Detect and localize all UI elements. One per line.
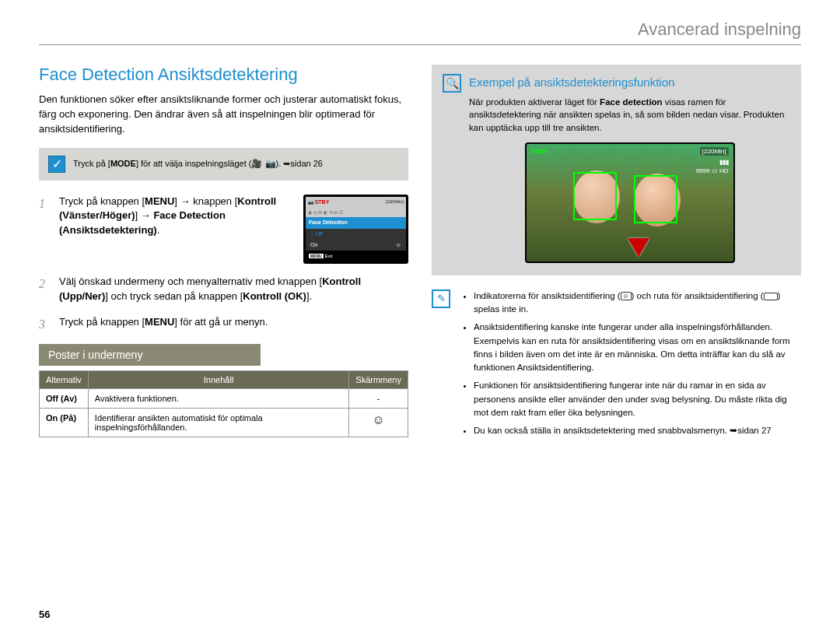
note-item: Ansiktsidentifiering kanske inte fungera… [474, 321, 801, 374]
td-content-on: Identifierar ansikten automatiskt för op… [88, 409, 348, 437]
td-screen-off: - [349, 389, 408, 409]
battery-icon: ▮▮▮ [719, 159, 729, 166]
intro-paragraph: Den funktionen söker efter ansiktsliknan… [39, 93, 408, 137]
face-indicator-icon: ☺ [621, 292, 632, 300]
note-list: Indikatorerna för ansiktsidentifiering (… [460, 289, 801, 443]
note-icon: ✎ [432, 289, 450, 308]
preview-min: [220Min] [700, 147, 729, 156]
th-screen: Skärmmeny [349, 371, 408, 389]
ms-top-bar: 📷 STBY [220Min] [306, 197, 406, 208]
check-icon: ✓ [48, 156, 65, 173]
note-item: Indikatorerna för ansiktsidentifiering (… [474, 289, 801, 317]
red-cursor-arrow-icon [628, 238, 649, 257]
td-alt-on: On (På) [40, 409, 89, 437]
step-2: 2 Välj önskad undermeny och menyalternat… [39, 275, 408, 304]
step-list: 1 📷 STBY [220Min] ◉ ◎ ⊚ ◐ ☀ ⊞ ☰ Face Det… [39, 195, 408, 334]
step-body: 📷 STBY [220Min] ◉ ◎ ⊚ ◐ ☀ ⊞ ☰ Face Detec… [59, 195, 408, 265]
ms-item-off: Off [306, 229, 406, 240]
step-body: Tryck på knappen [MENU] för att gå ur me… [59, 315, 408, 333]
ms-footer: MENU Exit [306, 251, 406, 262]
page-number: 56 [39, 609, 50, 620]
section-title: Face Detection Ansiktsdetektering [39, 65, 408, 85]
right-column: 🔍 Exempel på ansiktsdetekteringsfunktion… [432, 65, 801, 442]
ms-menu-body: Off On ☺ [306, 229, 406, 251]
photo-icon: ▭ [712, 167, 718, 174]
two-column-layout: Face Detection Ansiktsdetektering Den fu… [39, 65, 801, 442]
chapter-title: Avancerad inspelning [638, 19, 801, 39]
ms-icon-row: ◉ ◎ ⊚ ◐ ☀ ⊞ ☰ [306, 208, 406, 218]
ms-menu-title: Face Detection [306, 217, 406, 228]
example-box: 🔍 Exempel på ansiktsdetekteringsfunktion… [432, 65, 801, 275]
td-alt-off: Off (Av) [40, 389, 89, 409]
th-content: Innehåll [88, 371, 348, 389]
magnifier-icon: 🔍 [443, 74, 461, 93]
mode-hint-box: ✓ Tryck på [MODE] för att välja inspelni… [39, 148, 408, 181]
example-title: Exempel på ansiktsdetekteringsfunktion [469, 74, 790, 91]
example-paragraph: När produkten aktiverar läget för Face d… [469, 96, 790, 135]
video-icon: 🎥 [251, 159, 262, 168]
face-detection-icon: ☺ [396, 241, 401, 249]
preview-top-bar: STBY [220Min] [531, 147, 729, 156]
step-1: 1 📷 STBY [220Min] ◉ ◎ ⊚ ◐ ☀ ⊞ ☰ Face Det… [39, 195, 408, 265]
camera-icon: 📷 [265, 159, 276, 168]
ms-item-on: On ☺ [306, 240, 406, 251]
left-column: Face Detection Ansiktsdetektering Den fu… [39, 65, 408, 442]
step-number: 3 [39, 315, 50, 333]
table-row: Off (Av) Avaktivera funktionen. - [40, 389, 408, 409]
step-number: 2 [39, 275, 50, 304]
step-3: 3 Tryck på knappen [MENU] för att gå ur … [39, 315, 408, 333]
submenu-heading: Poster i undermeny [39, 344, 261, 366]
preview-stby: STBY [531, 147, 548, 156]
example-content: Exempel på ansiktsdetekteringsfunktion N… [469, 74, 790, 265]
table-header-row: Alternativ Innehåll Skärmmeny [40, 371, 408, 389]
mode-chip-icon: 📷 [308, 200, 313, 205]
step-body: Välj önskad undermeny och menyalternativ… [59, 275, 408, 304]
face-box-icon [764, 293, 778, 300]
chapter-header: Avancerad inspelning [39, 0, 801, 45]
preview-top-right: ▮▮▮ 9999 ▭ HD [696, 158, 729, 176]
note-box: ✎ Indikatorerna för ansiktsidentifiering… [432, 289, 801, 443]
menu-badge: MENU [309, 254, 324, 258]
menu-screenshot: 📷 STBY [220Min] ◉ ◎ ⊚ ◐ ☀ ⊞ ☰ Face Detec… [303, 195, 408, 265]
face-detection-box [573, 172, 617, 220]
note-item: Du kan också ställa in ansiktsdetekterin… [474, 424, 801, 437]
hint-text: Tryck på [MODE] för att välja inspelning… [73, 159, 323, 169]
face-detection-icon: ☺ [372, 413, 384, 426]
step-number: 1 [39, 195, 50, 265]
th-alternative: Alternativ [40, 371, 89, 389]
options-table: Alternativ Innehåll Skärmmeny Off (Av) A… [39, 370, 408, 437]
note-item: Funktionen för ansiktsidentifiering fung… [474, 379, 801, 419]
td-screen-on: ☺ [349, 409, 408, 437]
ms-minutes: [220Min] [386, 198, 404, 205]
td-content-off: Avaktivera funktionen. [88, 389, 348, 409]
table-row: On (På) Identifierar ansikten automatisk… [40, 409, 408, 437]
camera-preview: STBY [220Min] ▮▮▮ 9999 ▭ HD [525, 142, 735, 263]
face-detection-box [634, 175, 677, 223]
